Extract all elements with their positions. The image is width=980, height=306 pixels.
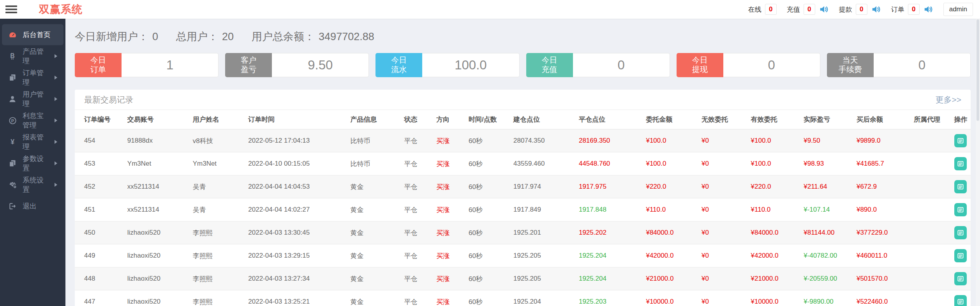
table-cell: 448 <box>75 267 125 290</box>
speaker-icon[interactable] <box>819 4 829 14</box>
panel-title: 最新交易记录 <box>84 94 133 105</box>
stat-card: 今日订单1 <box>75 53 219 77</box>
table-cell: ¥501570.0 <box>854 267 911 290</box>
table-cell: ¥21000.0 <box>749 267 802 290</box>
stat-card-value: 0 <box>874 53 971 77</box>
table-cell: 454 <box>75 129 125 152</box>
new-users-label: 今日新增用户： <box>75 31 148 42</box>
table-cell-action <box>952 198 971 221</box>
table-cell: ¥0 <box>699 221 749 244</box>
table-cell: 买涨 <box>434 129 466 152</box>
sidebar-item-yen[interactable]: ¥报表管理 <box>2 131 63 152</box>
yen-icon: ¥ <box>8 138 17 146</box>
table-cell <box>911 175 952 198</box>
table-cell <box>911 221 952 244</box>
sidebar-nav: 后台首页B产品管理订单管理用户管理P利息宝管理¥报表管理参数设置系统设置退出 <box>0 19 65 306</box>
trades-table: 订单编号交易账号用户姓名订单时间产品信息状态方向时间/点数建仓点位平仓点位委托金… <box>75 110 971 306</box>
order-detail-button[interactable] <box>954 272 967 285</box>
table-cell: 1925.201 <box>511 221 576 244</box>
table-row: 45491888dxv8科技2022-05-12 17:04:13比特币平仓买涨… <box>75 129 971 152</box>
topbar-stat-label: 订单 <box>891 5 904 14</box>
table-cell: 2022-04-10 00:15:05 <box>246 152 348 175</box>
table-cell: ¥211.64 <box>801 175 854 198</box>
sidebar-item-dashboard[interactable]: 后台首页 <box>2 24 63 45</box>
table-cell: Ym3Net <box>125 152 190 175</box>
table-cell: 60秒 <box>466 244 511 267</box>
topbar-stat: 充值0 <box>787 4 829 15</box>
table-cell: 1917.849 <box>511 198 576 221</box>
table-cell-action <box>952 244 971 267</box>
table-cell: 2022-04-04 14:04:53 <box>246 175 348 198</box>
detail-icon <box>957 229 964 237</box>
speaker-icon[interactable] <box>871 4 881 14</box>
table-cell: 2022-04-03 13:25:21 <box>246 290 348 306</box>
column-header: 所属代理 <box>911 110 952 129</box>
more-link[interactable]: 更多>> <box>935 94 961 105</box>
table-cell: ¥42000.0 <box>749 244 802 267</box>
column-header: 用户姓名 <box>190 110 246 129</box>
order-detail-button[interactable] <box>954 226 967 239</box>
table-cell-action <box>952 267 971 290</box>
order-detail-button[interactable] <box>954 157 967 170</box>
order-detail-button[interactable] <box>954 134 967 147</box>
table-cell: ¥100.0 <box>643 152 699 175</box>
logout-icon <box>8 202 17 210</box>
gears-icon <box>8 180 17 189</box>
sidebar-item-logout[interactable]: 退出 <box>2 196 63 217</box>
table-cell: 黄金 <box>348 198 402 221</box>
table-cell: xx5211314 <box>125 175 190 198</box>
order-detail-button[interactable] <box>954 249 967 262</box>
table-cell: ¥84000.0 <box>749 221 802 244</box>
sidebar-item-label: 产品管理 <box>23 47 49 65</box>
table-cell: ¥0 <box>699 129 749 152</box>
sidebar-item-user[interactable]: 用户管理 <box>2 88 63 110</box>
table-cell: 黄金 <box>348 290 402 306</box>
table-cell: 1917.975 <box>576 175 644 198</box>
speaker-icon[interactable] <box>923 4 933 14</box>
table-cell: ¥0 <box>699 198 749 221</box>
column-header: 有效委托 <box>749 110 802 129</box>
table-cell: 李照熙 <box>190 290 246 306</box>
interest-icon: P <box>8 116 17 125</box>
order-detail-button[interactable] <box>954 203 967 216</box>
admin-user-button[interactable]: admin <box>943 3 973 16</box>
table-row: 450lizhaoxi520李照熙2022-04-03 13:30:45黄金平仓… <box>75 221 971 244</box>
topbar-stat-value: 0 <box>908 4 920 15</box>
menu-toggle-icon[interactable] <box>5 5 17 13</box>
table-cell: 2022-04-03 13:27:34 <box>246 267 348 290</box>
table-cell: 28169.350 <box>576 129 644 152</box>
stat-card-value: 0 <box>573 53 670 77</box>
column-header: 订单时间 <box>246 110 348 129</box>
table-cell-action <box>952 129 971 152</box>
table-cell: ¥0 <box>699 267 749 290</box>
stat-card-label: 今日订单 <box>75 53 122 77</box>
scrollbar[interactable] <box>976 19 980 306</box>
table-cell: 黄金 <box>348 267 402 290</box>
table-cell: 60秒 <box>466 267 511 290</box>
order-detail-button[interactable] <box>954 180 967 193</box>
scrollbar-thumb[interactable] <box>976 19 979 121</box>
order-detail-button[interactable] <box>954 295 967 306</box>
table-cell: 28074.350 <box>511 129 576 152</box>
svg-text:B: B <box>10 53 14 59</box>
table-cell: ¥-9890.00 <box>801 290 854 306</box>
table-cell: 黄金 <box>348 244 402 267</box>
stat-card-value: 100.0 <box>422 53 519 77</box>
stat-card-label: 今日流水 <box>375 53 422 77</box>
sidebar-item-bitcoin[interactable]: B产品管理 <box>2 46 63 67</box>
sidebar-item-gears[interactable]: 系统设置 <box>2 174 63 195</box>
table-cell: 450 <box>75 221 125 244</box>
table-cell: 平仓 <box>402 129 434 152</box>
table-cell: ¥9.50 <box>801 129 854 152</box>
table-cell-action <box>952 290 971 306</box>
table-cell: 吴青 <box>190 198 246 221</box>
table-cell: 1925.202 <box>576 221 644 244</box>
stat-card-value: 1 <box>122 53 219 77</box>
table-cell: ¥-20559.00 <box>801 267 854 290</box>
sidebar-item-orders[interactable]: 订单管理 <box>2 67 63 88</box>
table-cell: 买涨 <box>434 290 466 306</box>
sidebar-item-params[interactable]: 参数设置 <box>2 153 63 174</box>
table-cell <box>911 244 952 267</box>
sidebar-item-interest[interactable]: P利息宝管理 <box>2 110 63 131</box>
table-cell: 2022-05-12 17:04:13 <box>246 129 348 152</box>
